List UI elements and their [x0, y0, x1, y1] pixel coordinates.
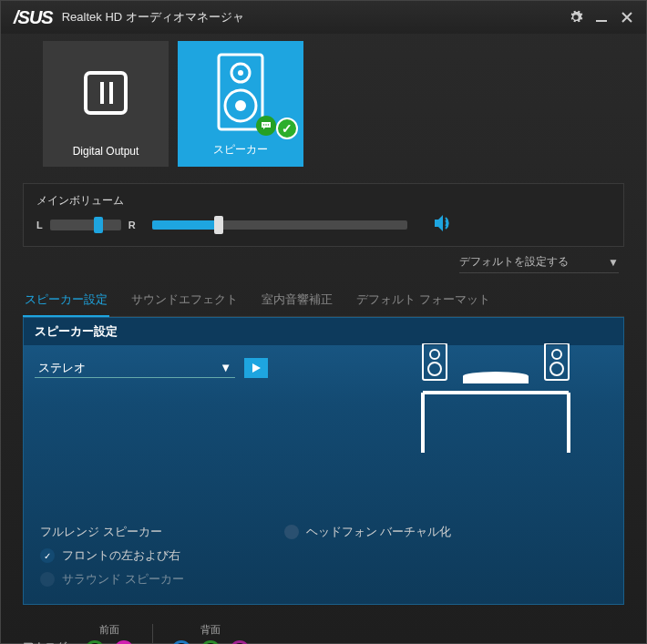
- back-port-1[interactable]: [171, 640, 191, 644]
- main-volume-label: メインボリューム: [36, 193, 611, 209]
- default-device-row: デフォルトを設定する ▼: [1, 250, 646, 273]
- speaker-config-value: ステレオ: [38, 360, 86, 376]
- panel-title: スピーカー設定: [24, 318, 623, 345]
- device-tab-speaker[interactable]: ✓ スピーカー: [178, 41, 303, 167]
- back-port-3[interactable]: [230, 640, 250, 644]
- checkbox-surround: [40, 572, 55, 587]
- main-volume-panel: メインボリューム L R: [23, 183, 624, 247]
- svg-point-9: [263, 124, 265, 126]
- tab-sound-effects[interactable]: サウンドエフェクト: [129, 286, 240, 316]
- settings-tabbar: スピーカー設定 サウンドエフェクト 室内音響補正 デフォルト フォーマット: [23, 286, 624, 317]
- back-ports-label: 背面: [171, 623, 250, 637]
- back-port-2[interactable]: [200, 640, 221, 644]
- test-play-button[interactable]: [244, 358, 268, 378]
- volume-slider[interactable]: [152, 220, 407, 230]
- digital-output-icon: [43, 41, 169, 145]
- asus-logo: /SUS: [14, 7, 53, 28]
- svg-point-8: [235, 100, 246, 111]
- svg-point-6: [238, 70, 243, 76]
- close-button[interactable]: [617, 7, 637, 27]
- svg-rect-4: [219, 55, 262, 129]
- analog-label: アナログ: [23, 639, 67, 644]
- svg-point-11: [268, 124, 270, 126]
- checkbox-headphone-virtual[interactable]: [284, 525, 299, 539]
- port-row: アナログ 前面 背面: [23, 623, 624, 644]
- front-ports-label: 前面: [85, 623, 134, 637]
- minimize-button[interactable]: [591, 7, 611, 27]
- device-label: スピーカー: [213, 142, 268, 158]
- audio-manager-window: /SUS Realtek HD オーディオマネージャ Digital Outpu…: [0, 0, 647, 644]
- checkbox-front-lr[interactable]: [40, 548, 55, 563]
- device-tab-digital-output[interactable]: Digital Output: [43, 41, 169, 167]
- device-tabs: Digital Output ✓ スピーカー: [1, 34, 646, 167]
- svg-rect-3: [104, 82, 109, 104]
- settings-button[interactable]: [566, 7, 586, 27]
- minimize-icon: [595, 11, 608, 24]
- active-check-icon: ✓: [276, 118, 298, 139]
- chevron-down-icon: ▼: [608, 256, 619, 269]
- back-port-group: 背面: [171, 623, 250, 644]
- gear-icon: [569, 10, 583, 25]
- port-separator: [152, 624, 153, 644]
- default-device-select[interactable]: デフォルトを設定する ▼: [459, 254, 619, 273]
- svg-point-10: [265, 124, 267, 126]
- tab-room-correction[interactable]: 室内音響補正: [260, 286, 334, 316]
- play-icon: [251, 363, 262, 373]
- default-device-label: デフォルトを設定する: [459, 254, 569, 270]
- tab-speaker-config[interactable]: スピーカー設定: [23, 286, 109, 317]
- svg-rect-0: [596, 20, 607, 22]
- balance-slider[interactable]: [50, 220, 121, 230]
- window-title: Realtek HD オーディオマネージャ: [62, 9, 560, 26]
- device-label: Digital Output: [73, 145, 139, 158]
- front-port-2[interactable]: [114, 640, 134, 644]
- chat-badge-icon: [256, 116, 276, 136]
- speaker-config-panel: スピーカー設定 ステレオ ▼: [23, 317, 624, 605]
- front-port-group: 前面: [85, 623, 134, 644]
- svg-point-13: [430, 350, 439, 359]
- surround-label: サラウンド スピーカー: [62, 571, 184, 588]
- svg-point-17: [550, 363, 563, 375]
- speaker-config-select[interactable]: ステレオ ▼: [35, 358, 235, 378]
- close-icon: [621, 11, 633, 24]
- svg-point-16: [552, 350, 561, 359]
- balance-right-label: R: [128, 220, 136, 230]
- titlebar: /SUS Realtek HD オーディオマネージャ: [1, 1, 646, 34]
- tab-default-format[interactable]: デフォルト フォーマット: [354, 286, 492, 316]
- chevron-down-icon: ▼: [220, 361, 231, 374]
- headphone-virtual-label: ヘッドフォン バーチャル化: [306, 524, 452, 540]
- fullrange-heading: フルレンジ スピーカー: [40, 524, 184, 540]
- volume-icon[interactable]: [433, 214, 455, 235]
- speaker-layout-diagram: [414, 343, 578, 453]
- front-lr-label: フロントの左および右: [62, 547, 180, 564]
- svg-rect-19: [463, 376, 529, 383]
- front-port-1[interactable]: [85, 640, 105, 644]
- balance-left-label: L: [36, 220, 43, 230]
- svg-point-14: [428, 363, 441, 375]
